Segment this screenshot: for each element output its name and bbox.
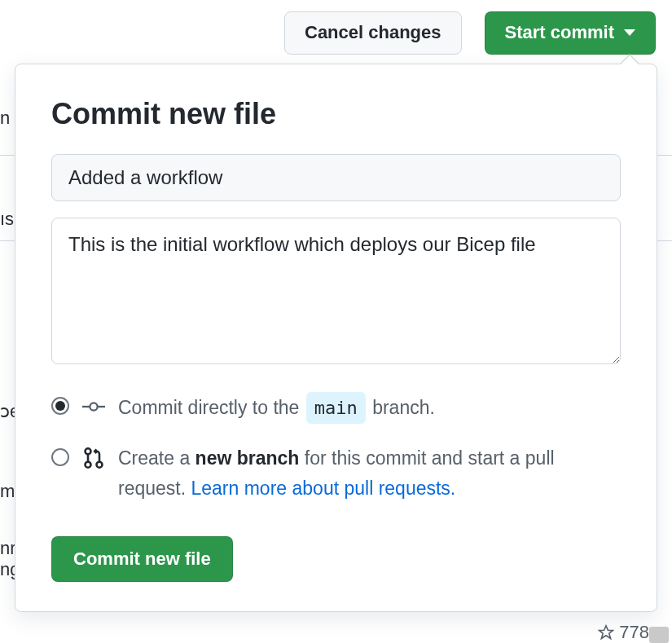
radio-label-newbranch: Create a new branch for this commit and …	[118, 443, 621, 504]
background-text: m	[0, 481, 15, 502]
star-icon	[598, 624, 614, 641]
radio-input-direct[interactable]	[51, 397, 69, 415]
radio-new-branch[interactable]: Create a new branch for this commit and …	[51, 443, 621, 504]
svg-marker-7	[600, 626, 613, 639]
scrollbar-thumb[interactable]	[649, 627, 669, 643]
star-count: 778	[598, 622, 649, 643]
background-text: nr	[0, 538, 16, 559]
popover-arrow	[619, 54, 640, 64]
svg-point-0	[90, 403, 97, 410]
svg-point-3	[86, 449, 91, 455]
caret-down-icon	[624, 29, 635, 36]
commit-target-radio-group: Commit directly to the main branch. Crea…	[51, 392, 621, 504]
cancel-changes-button[interactable]: Cancel changes	[284, 11, 462, 55]
svg-point-5	[97, 462, 103, 468]
radio-commit-direct[interactable]: Commit directly to the main branch.	[51, 392, 621, 424]
start-commit-button[interactable]: Start commit	[485, 11, 656, 55]
git-commit-icon	[82, 395, 105, 418]
commit-description-textarea[interactable]: This is the initial workflow which deplo…	[51, 218, 621, 364]
learn-more-link[interactable]: Learn more about pull requests.	[191, 478, 456, 499]
commit-new-file-button[interactable]: Commit new file	[51, 536, 233, 582]
commit-popover: Commit new file This is the initial work…	[15, 64, 657, 612]
top-bar: Cancel changes Start commit	[0, 0, 672, 66]
git-pull-request-icon	[82, 447, 105, 469]
start-commit-label: Start commit	[505, 20, 614, 46]
background-text: n	[0, 108, 10, 129]
branch-badge: main	[306, 392, 366, 424]
background-text: ıs	[0, 209, 14, 230]
radio-label-direct: Commit directly to the main branch.	[118, 392, 621, 424]
commit-summary-input[interactable]	[51, 154, 621, 201]
popover-title: Commit new file	[51, 97, 621, 131]
svg-point-4	[86, 462, 91, 468]
radio-input-newbranch[interactable]	[51, 448, 69, 466]
